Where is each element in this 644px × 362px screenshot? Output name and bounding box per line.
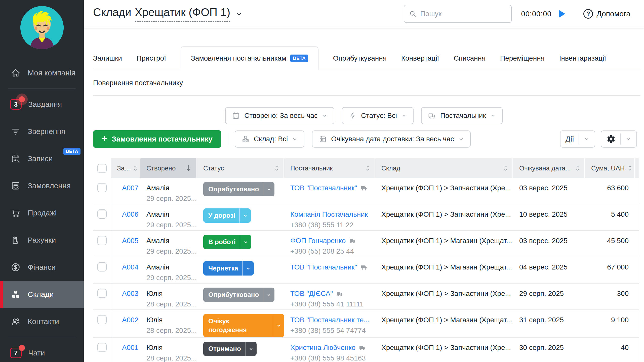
- row-checkbox[interactable]: [97, 343, 107, 352]
- column-header-expected[interactable]: Очікувана дата...: [513, 158, 585, 178]
- chevron-down-icon: [263, 292, 274, 297]
- chevron-down-icon: [401, 113, 407, 119]
- warehouse-selector-chevron-icon[interactable]: [235, 10, 243, 18]
- created-author: Амалія: [146, 210, 197, 218]
- column-header-label: Склад: [381, 164, 400, 172]
- status-badge-dropdown[interactable]: У дорозі: [203, 208, 251, 223]
- help-button[interactable]: ? Допомога: [583, 9, 630, 19]
- order-id-link[interactable]: A005: [122, 237, 138, 245]
- row-select-cell: [93, 204, 111, 231]
- chevron-down-icon: [490, 113, 496, 119]
- column-header-order[interactable]: За...: [111, 158, 140, 178]
- filter-supplier-dropdown[interactable]: Постачальник: [421, 107, 503, 124]
- sidebar-item-chats[interactable]: 7Чати: [0, 339, 84, 362]
- sidebar-item-my-company[interactable]: Моя компанія: [0, 59, 84, 86]
- order-id-link[interactable]: A007: [122, 184, 138, 192]
- tab-conversions[interactable]: Конвертації: [401, 46, 439, 70]
- row-checkbox[interactable]: [97, 236, 107, 245]
- timer-play-button[interactable]: [559, 10, 565, 18]
- order-id-link[interactable]: A006: [122, 210, 138, 218]
- sidebar-item-label: Записи: [28, 154, 53, 163]
- order-id-link[interactable]: A003: [122, 290, 138, 297]
- tab-receiving[interactable]: Оприбуткування: [333, 46, 387, 70]
- sidebar-item-contacts[interactable]: Контакти: [0, 308, 84, 335]
- status-cell: Отримано: [197, 338, 284, 362]
- status-badge-dropdown[interactable]: Оприбутковано: [203, 182, 274, 196]
- page-title: Склади Хрещатик (ФОП 1): [93, 6, 230, 22]
- sidebar-item-tasks[interactable]: 3Завдання: [0, 91, 84, 118]
- column-header-sum[interactable]: Сума, UAH: [585, 158, 635, 178]
- row-checkbox[interactable]: [97, 183, 107, 192]
- row-stub-cell: [635, 257, 639, 284]
- column-header-label: Постачальник: [290, 164, 333, 172]
- column-header-warehouse[interactable]: Склад: [375, 158, 513, 178]
- select-all-checkbox[interactable]: [97, 164, 107, 173]
- sort-toggle-icon: [365, 164, 371, 172]
- create-supplier-order-button[interactable]: + Замовлення постачальнику: [93, 130, 221, 148]
- chevron-down-icon: [273, 323, 284, 328]
- row-checkbox[interactable]: [97, 315, 107, 324]
- time-tracker-value: 00:00:00: [521, 10, 552, 18]
- sidebar-item-finance[interactable]: Фінанси: [0, 254, 84, 281]
- content-area: ЗалишкиПристроїЗамовлення постачальникам…: [84, 28, 644, 362]
- order-id-link[interactable]: A002: [122, 316, 138, 324]
- supplier-link[interactable]: ФОП Гончаренко: [290, 237, 346, 245]
- sidebar-item-label: Контакти: [28, 317, 59, 326]
- sort-toggle-icon: [575, 164, 580, 172]
- column-header-status[interactable]: Статус: [197, 158, 284, 178]
- sidebar-item-sales[interactable]: Продажі: [0, 199, 84, 227]
- row-checkbox[interactable]: [97, 289, 107, 298]
- tab-label: Переміщення: [500, 54, 545, 62]
- actions-button[interactable]: Дії: [560, 130, 595, 148]
- supplier-link[interactable]: ТОВ "Постачальник те...: [290, 316, 370, 324]
- notification-dot: [19, 96, 25, 102]
- sidebar-item-warehouses[interactable]: Склади: [0, 281, 84, 308]
- sidebar-item-invoices[interactable]: Рахунки: [0, 227, 84, 254]
- column-header-supplier[interactable]: Постачальник: [284, 158, 375, 178]
- status-badge-dropdown[interactable]: Оприбутковано: [203, 288, 274, 302]
- supplier-link[interactable]: Христина Любченко: [290, 344, 355, 352]
- row-checkbox[interactable]: [97, 262, 107, 272]
- column-header-created[interactable]: Створено: [140, 158, 197, 178]
- filter-warehouse-dropdown[interactable]: Склад: Всі: [235, 130, 305, 148]
- search-input[interactable]: [420, 10, 507, 18]
- table-settings-button[interactable]: [601, 130, 637, 148]
- sidebar-item-orders[interactable]: Замовлення: [0, 172, 84, 199]
- tab-write-offs[interactable]: Списання: [454, 46, 486, 70]
- warehouse-selector[interactable]: Хрещатик (ФОП 1): [135, 6, 230, 22]
- row-select-cell: [93, 257, 111, 284]
- filters-row-2: + Замовлення постачальнику Склад: ВсіОчі…: [93, 130, 637, 148]
- status-badge-dropdown[interactable]: Очікує погодження: [203, 314, 284, 337]
- supplier-link[interactable]: Компанія Постачальник: [290, 210, 368, 218]
- row-checkbox[interactable]: [97, 209, 107, 219]
- supplier-link[interactable]: ТОВ "ДІЄСА": [290, 290, 333, 298]
- tab-inventories[interactable]: Інвентаризації: [559, 46, 606, 70]
- sidebar-item-requests[interactable]: Звернення: [0, 118, 84, 145]
- tab-devices[interactable]: Пристрої: [137, 46, 166, 70]
- chevron-down-icon: [292, 136, 298, 142]
- created-date: 29 серп. 2025...: [146, 195, 197, 203]
- tab-stocks[interactable]: Залишки: [93, 46, 122, 70]
- supplier-link[interactable]: ТОВ "Постачальник": [290, 263, 357, 271]
- chevron-down-icon: [584, 136, 590, 142]
- filter-created-dropdown[interactable]: Створено: За весь час: [225, 107, 334, 124]
- avatar[interactable]: [20, 6, 64, 49]
- status-label: Отримано: [208, 342, 241, 356]
- status-badge-dropdown[interactable]: Отримано: [203, 342, 257, 356]
- supplier-link[interactable]: ТОВ "Постачальник": [290, 184, 357, 192]
- status-badge-dropdown[interactable]: В роботі: [203, 235, 251, 249]
- people-icon: [10, 316, 21, 327]
- cart-icon: [10, 207, 21, 218]
- status-badge-dropdown[interactable]: Чернетка: [203, 261, 254, 276]
- sidebar-item-records[interactable]: ЗаписиBETA: [0, 145, 84, 172]
- filter-expected-date-dropdown[interactable]: Очікувана дата доставки: За весь час: [312, 130, 471, 148]
- tab-supplier-orders[interactable]: Замовлення постачальникамBETA: [181, 46, 318, 70]
- order-id-link[interactable]: A001: [122, 344, 138, 351]
- tab-transfers[interactable]: Переміщення: [500, 46, 545, 70]
- main-panel: Склади Хрещатик (ФОП 1) 00:00:00 ? Допом…: [84, 0, 644, 362]
- order-id-link[interactable]: A004: [122, 263, 138, 271]
- table-header-select-all[interactable]: [93, 158, 111, 178]
- tab-supplier-returns[interactable]: Повернення постачальнику: [93, 79, 183, 87]
- supplier-cell: ТОВ "ДІЄСА"+380 (38) 555 41 11111: [284, 284, 375, 310]
- filter-status-dropdown[interactable]: Статус: Всі: [342, 107, 414, 124]
